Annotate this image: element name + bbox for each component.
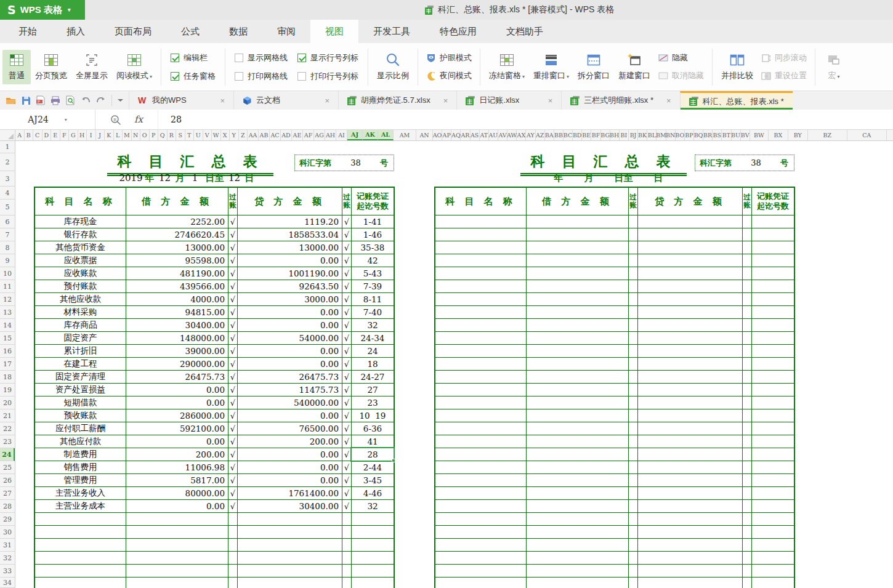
col-header-AP[interactable]: AP xyxy=(442,130,451,140)
col-header-E[interactable]: E xyxy=(51,130,60,140)
cell-debit[interactable]: 2746620.45 xyxy=(126,228,228,241)
cell-debit[interactable] xyxy=(527,215,629,228)
col-header-Z[interactable]: Z xyxy=(239,130,248,140)
cell-voucher-range[interactable] xyxy=(752,578,794,588)
cell-credit[interactable] xyxy=(638,384,743,396)
cell-posted-check[interactable]: √ xyxy=(228,474,238,486)
cell-voucher-range[interactable] xyxy=(352,552,394,564)
cell-posted-check[interactable] xyxy=(342,578,352,588)
cell-posted-check[interactable]: √ xyxy=(228,422,238,435)
cell-account[interactable]: 预付账款 xyxy=(35,280,126,292)
cell-posted-check[interactable]: √ xyxy=(228,358,238,370)
cell-account[interactable]: 应收票据 xyxy=(35,254,126,267)
col-header-A[interactable]: A xyxy=(15,130,25,140)
cell-account[interactable] xyxy=(435,228,527,241)
cell-posted-check[interactable]: √ xyxy=(342,293,352,305)
cell-credit[interactable]: 1119.20 xyxy=(238,215,342,228)
table-row[interactable] xyxy=(435,371,794,384)
cell-debit[interactable] xyxy=(126,513,228,525)
cell-posted-check[interactable] xyxy=(629,435,638,448)
cell-account[interactable] xyxy=(435,397,527,409)
cell-debit[interactable] xyxy=(126,539,228,551)
col-header-BX[interactable]: BX xyxy=(769,130,788,140)
row-header-13[interactable]: 13 xyxy=(0,306,15,319)
table-row[interactable] xyxy=(435,513,794,526)
cell-posted-check[interactable]: √ xyxy=(342,422,352,435)
cell-account[interactable]: 库存现金 xyxy=(35,215,126,228)
cell-posted-check[interactable] xyxy=(743,526,752,538)
cell-posted-check[interactable]: √ xyxy=(342,254,352,267)
row-header-34[interactable]: 34 xyxy=(0,578,15,588)
cell-voucher-range[interactable] xyxy=(752,254,794,267)
table-row[interactable]: 销售费用11006.98√0.00√2-44 xyxy=(35,461,394,474)
cell-voucher-range[interactable]: 4-46 xyxy=(352,487,394,499)
cell-credit[interactable]: 1858533.04 xyxy=(238,228,342,241)
cell-debit[interactable] xyxy=(527,306,629,318)
cell-debit[interactable] xyxy=(527,500,629,512)
checkbox-print-headings[interactable]: 打印行号列标 xyxy=(297,71,358,82)
cell-posted-check[interactable]: √ xyxy=(342,397,352,409)
print-preview-icon[interactable] xyxy=(66,95,75,105)
menu-tab-special-features[interactable]: 特色应用 xyxy=(425,20,491,43)
cell-debit[interactable] xyxy=(527,409,629,422)
row-header-19[interactable]: 19 xyxy=(0,384,15,397)
table-row[interactable] xyxy=(435,422,794,435)
cell-account[interactable] xyxy=(435,332,527,344)
cell-account[interactable] xyxy=(435,280,527,292)
cell-account[interactable] xyxy=(435,293,527,305)
cell-credit[interactable] xyxy=(238,565,342,577)
cell-voucher-range[interactable] xyxy=(752,332,794,344)
col-header-C[interactable]: C xyxy=(33,130,42,140)
doc-tab-report[interactable]: 科汇、总账、报表.xls * xyxy=(680,91,793,110)
cell-posted-check[interactable] xyxy=(629,474,638,486)
cell-debit[interactable] xyxy=(527,565,629,577)
table-row[interactable] xyxy=(435,241,794,254)
cell-posted-check[interactable] xyxy=(629,241,638,254)
cell-posted-check[interactable] xyxy=(629,254,638,267)
col-header-CA[interactable]: CA xyxy=(847,130,887,140)
cell-credit[interactable] xyxy=(638,228,743,241)
cell-posted-check[interactable] xyxy=(743,358,752,370)
cell-voucher-range[interactable]: 23 xyxy=(352,397,394,409)
table-row[interactable]: 制造费用200.00√0.00√28 xyxy=(35,448,394,461)
cell-posted-check[interactable]: √ xyxy=(342,487,352,499)
cell-credit[interactable]: 0.00 xyxy=(238,319,342,331)
cell-voucher-range[interactable]: 7-40 xyxy=(352,306,394,318)
cell-credit[interactable] xyxy=(238,526,342,538)
cell-debit[interactable] xyxy=(527,578,629,588)
table-row[interactable] xyxy=(435,397,794,409)
col-header-AQ[interactable]: AQ xyxy=(451,130,461,140)
cell-credit[interactable] xyxy=(238,552,342,564)
cell-debit[interactable]: 290000.00 xyxy=(126,358,228,370)
open-icon[interactable] xyxy=(6,96,16,105)
cell-debit[interactable] xyxy=(527,384,629,396)
cell-credit[interactable] xyxy=(638,448,743,461)
cell-debit[interactable] xyxy=(126,578,228,588)
eye-protection-button[interactable]: 护眼模式 xyxy=(426,52,472,63)
col-header-BZ[interactable]: BZ xyxy=(808,130,847,140)
cell-account[interactable] xyxy=(35,552,126,564)
cell-credit[interactable]: 13000.00 xyxy=(238,241,342,254)
cell-posted-check[interactable]: √ xyxy=(342,267,352,280)
col-header-AK[interactable]: AK xyxy=(363,130,378,140)
table-row[interactable] xyxy=(435,345,794,358)
row-header-22[interactable]: 22 xyxy=(0,422,15,435)
checkbox-print-gridlines[interactable]: 打印网格线 xyxy=(235,71,288,82)
doc-tab-voucher[interactable]: 胡雍烨凭证.5.7.xlsx× xyxy=(338,91,456,110)
cell-account[interactable]: 固定资产清理 xyxy=(35,371,126,383)
col-header-T[interactable]: T xyxy=(185,130,195,140)
col-header-AC[interactable]: AC xyxy=(270,130,281,140)
table-row[interactable] xyxy=(435,215,794,228)
col-header-BS[interactable]: BS xyxy=(713,130,722,140)
cell-credit[interactable] xyxy=(638,215,743,228)
table-row[interactable]: 主营业务收入80000.00√1761400.00√4-46 xyxy=(35,487,394,500)
col-header-M[interactable]: M xyxy=(123,130,132,140)
table-row[interactable]: 材料采购94815.00√0.00√7-40 xyxy=(35,306,394,319)
cell-account[interactable] xyxy=(435,539,527,551)
doc-tab-cloud-docs[interactable]: 云文档× xyxy=(233,91,338,110)
col-header-BL[interactable]: BL xyxy=(647,130,657,140)
col-header-N[interactable]: N xyxy=(132,130,141,140)
cell-credit[interactable] xyxy=(638,565,743,577)
cell-voucher-range[interactable] xyxy=(752,397,794,409)
col-header-F[interactable]: F xyxy=(60,130,70,140)
